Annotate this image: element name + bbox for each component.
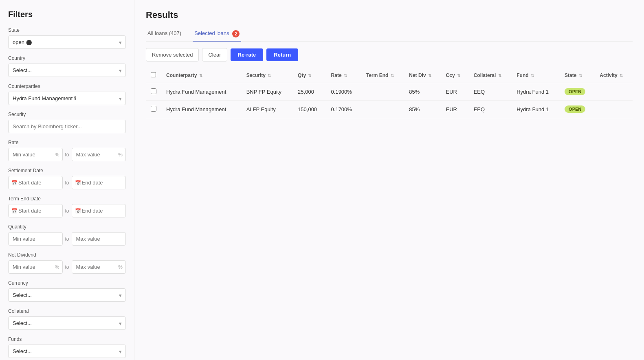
col-header-rate[interactable]: Rate ⇅ bbox=[326, 68, 361, 83]
net-div-sort-icon: ⇅ bbox=[428, 73, 431, 78]
rate-to: to bbox=[65, 152, 69, 158]
table-row: Hydra Fund Management BNP FP Equity 25,0… bbox=[146, 83, 633, 101]
col-header-collateral[interactable]: Collateral ⇅ bbox=[469, 68, 512, 83]
qty-sort-icon: ⇅ bbox=[308, 73, 311, 78]
net-dividend-filter-group: Net Dividend % to % bbox=[8, 252, 126, 274]
rate-min-input[interactable] bbox=[8, 148, 63, 161]
security-sort-icon: ⇅ bbox=[268, 73, 271, 78]
counterparties-label: Counterparties bbox=[8, 83, 126, 89]
term-start-calendar-icon: 📅 bbox=[11, 208, 18, 214]
rate-max-input[interactable] bbox=[72, 148, 126, 161]
quantity-label: Quantity bbox=[8, 224, 126, 230]
row-checkbox-cell bbox=[146, 83, 161, 101]
counterparties-filter-group: Counterparties Hydra Fund Management ℹ bbox=[8, 83, 126, 105]
col-header-counterparty[interactable]: Counterparty ⇅ bbox=[161, 68, 242, 83]
quantity-min-input[interactable] bbox=[8, 232, 63, 246]
row-state: OPEN bbox=[560, 83, 595, 101]
status-badge: OPEN bbox=[565, 88, 585, 95]
country-select[interactable]: Select... bbox=[8, 64, 126, 77]
tab-all-loans-count: (407) bbox=[169, 30, 181, 36]
rerate-button[interactable]: Re-rate bbox=[231, 48, 264, 61]
term-end-sort-icon: ⇅ bbox=[391, 73, 394, 78]
results-title: Results bbox=[146, 10, 633, 20]
tab-selected-loans[interactable]: Selected loans 2 bbox=[193, 27, 241, 42]
end-date-calendar-icon: 📅 bbox=[75, 180, 81, 186]
term-end-date-label: Term End Date bbox=[8, 196, 126, 202]
quantity-max-input[interactable] bbox=[72, 232, 126, 246]
state-filter-group: State open ⬤ closed bbox=[8, 27, 126, 49]
filters-title: Filters bbox=[8, 10, 126, 19]
filters-panel: Filters State open ⬤ closed Country Sele… bbox=[0, 0, 134, 360]
collateral-sort-icon: ⇅ bbox=[498, 73, 501, 78]
row-activity bbox=[595, 101, 633, 118]
country-label: Country bbox=[8, 55, 126, 61]
activity-sort-icon: ⇅ bbox=[620, 73, 623, 78]
row-checkbox-1[interactable] bbox=[151, 106, 156, 112]
action-bar: Remove selected Clear Re-rate Return bbox=[146, 48, 633, 61]
currency-filter-group: Currency Select... bbox=[8, 280, 126, 302]
counterparties-select[interactable]: Hydra Fund Management ℹ bbox=[8, 92, 126, 105]
row-fund: Hydra Fund 1 bbox=[512, 83, 560, 101]
netdiv-min-unit: % bbox=[55, 264, 59, 270]
collateral-label: Collateral bbox=[8, 308, 126, 314]
row-term-end bbox=[361, 83, 404, 101]
netdiv-max-input[interactable] bbox=[72, 260, 126, 274]
tab-selected-loans-badge: 2 bbox=[232, 30, 240, 37]
col-header-state[interactable]: State ⇅ bbox=[560, 68, 595, 83]
row-counterparty: Hydra Fund Management bbox=[161, 83, 242, 101]
quantity-filter-group: Quantity to bbox=[8, 224, 126, 246]
currency-label: Currency bbox=[8, 280, 126, 286]
funds-select[interactable]: Select... bbox=[8, 345, 126, 358]
net-dividend-label: Net Dividend bbox=[8, 252, 126, 258]
row-qty: 150,000 bbox=[293, 101, 326, 118]
col-header-ccy[interactable]: Ccy ⇅ bbox=[441, 68, 469, 83]
row-checkbox-0[interactable] bbox=[151, 88, 156, 94]
row-state: OPEN bbox=[560, 101, 595, 118]
rate-filter-group: Rate % to % bbox=[8, 140, 126, 161]
funds-label: Funds bbox=[8, 336, 126, 342]
rate-label: Rate bbox=[8, 140, 126, 145]
col-header-net-div[interactable]: Net Div ⇅ bbox=[404, 68, 441, 83]
state-sort-icon: ⇅ bbox=[579, 73, 582, 78]
col-header-term-end[interactable]: Term End ⇅ bbox=[361, 68, 404, 83]
security-input[interactable] bbox=[8, 120, 126, 133]
ccy-sort-icon: ⇅ bbox=[457, 73, 460, 78]
row-checkbox-cell bbox=[146, 101, 161, 118]
fund-sort-icon: ⇅ bbox=[531, 73, 534, 78]
counterparty-sort-icon: ⇅ bbox=[199, 73, 202, 78]
settlement-date-filter-group: Settlement Date 📅 to 📅 bbox=[8, 168, 126, 189]
remove-selected-button[interactable]: Remove selected bbox=[146, 48, 199, 61]
row-rate: 0.1900% bbox=[326, 83, 361, 101]
clear-button[interactable]: Clear bbox=[202, 48, 227, 61]
netdiv-to: to bbox=[65, 264, 69, 270]
netdiv-max-unit: % bbox=[118, 264, 123, 270]
currency-select[interactable]: Select... bbox=[8, 288, 126, 302]
term-end-date-filter-group: Term End Date 📅 to 📅 bbox=[8, 196, 126, 217]
state-label: State bbox=[8, 27, 126, 33]
row-security: AI FP Equity bbox=[242, 101, 293, 118]
row-collateral: EEQ bbox=[469, 101, 512, 118]
netdiv-min-input[interactable] bbox=[8, 260, 63, 274]
return-button[interactable]: Return bbox=[266, 48, 298, 61]
results-table: Counterparty ⇅ Security ⇅ Qty ⇅ Rate ⇅ T… bbox=[146, 68, 633, 118]
col-check-all bbox=[146, 68, 161, 83]
row-activity bbox=[595, 83, 633, 101]
collateral-select[interactable]: Select... bbox=[8, 316, 126, 330]
status-badge: OPEN bbox=[565, 105, 585, 113]
rate-sort-icon: ⇅ bbox=[344, 73, 347, 78]
col-header-security[interactable]: Security ⇅ bbox=[242, 68, 293, 83]
tab-all-loans[interactable]: All loans (407) bbox=[146, 27, 183, 42]
table-body: Hydra Fund Management BNP FP Equity 25,0… bbox=[146, 83, 633, 118]
country-filter-group: Country Select... bbox=[8, 55, 126, 77]
security-filter-group: Security bbox=[8, 112, 126, 133]
select-all-checkbox[interactable] bbox=[151, 72, 156, 77]
col-header-activity[interactable]: Activity ⇅ bbox=[595, 68, 633, 83]
col-header-fund[interactable]: Fund ⇅ bbox=[512, 68, 560, 83]
row-ccy: EUR bbox=[441, 83, 469, 101]
collateral-filter-group: Collateral Select... bbox=[8, 308, 126, 330]
table-header: Counterparty ⇅ Security ⇅ Qty ⇅ Rate ⇅ T… bbox=[146, 68, 633, 83]
state-select[interactable]: open ⬤ closed bbox=[8, 35, 126, 49]
rate-max-unit: % bbox=[118, 152, 123, 158]
tabs-bar: All loans (407) Selected loans 2 bbox=[146, 27, 633, 42]
col-header-qty[interactable]: Qty ⇅ bbox=[293, 68, 326, 83]
